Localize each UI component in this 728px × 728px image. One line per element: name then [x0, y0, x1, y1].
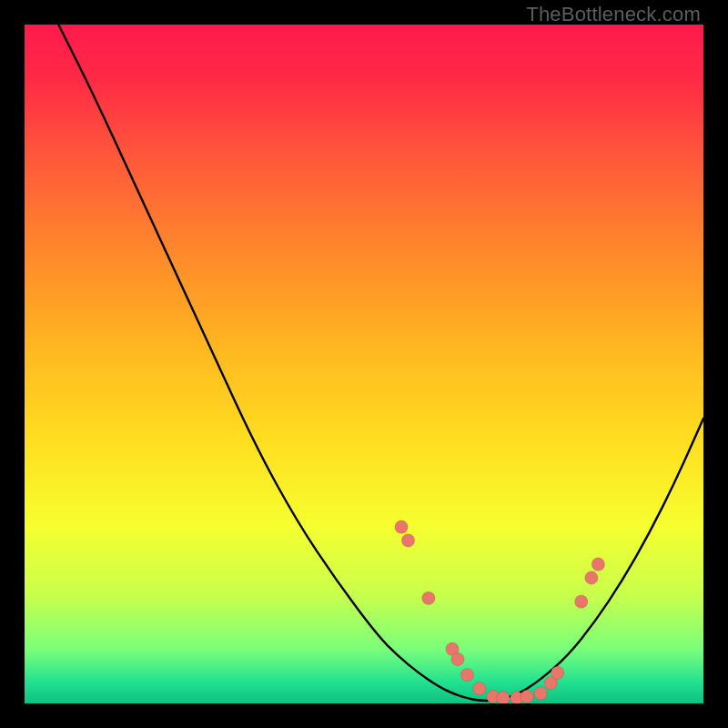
data-point	[585, 571, 598, 584]
data-points-group	[395, 521, 605, 703]
data-point	[534, 687, 547, 700]
data-point	[521, 690, 533, 703]
data-point	[422, 592, 435, 604]
data-point	[551, 666, 563, 679]
plot-frame	[25, 25, 703, 703]
plot-svg	[25, 25, 703, 703]
data-point	[401, 534, 414, 547]
data-point	[473, 682, 486, 694]
watermark-text: TheBottleneck.com	[526, 3, 701, 26]
data-point	[451, 652, 464, 665]
data-point	[497, 692, 510, 703]
data-point	[460, 668, 473, 681]
data-point	[395, 521, 408, 533]
data-point	[592, 558, 604, 571]
bottleneck-curve	[58, 25, 703, 701]
data-point	[575, 595, 588, 608]
